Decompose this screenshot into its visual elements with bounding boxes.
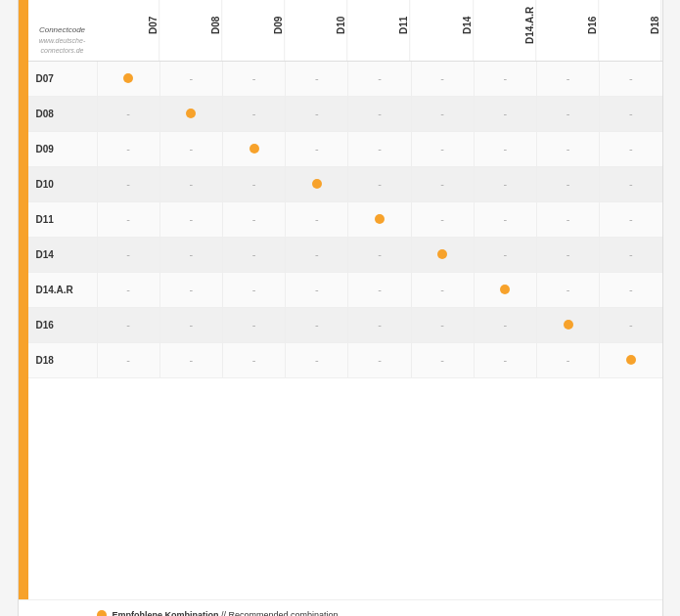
table-row: -------- [97,167,662,202]
data-cell-r8-c4: - [347,343,410,377]
not-recommended-dash: - [378,143,382,154]
data-cell-r4-c3: - [285,202,347,237]
legend-recommended: Empfohlene Kombination // Recommended co… [97,610,584,617]
not-recommended-dash: - [315,72,319,84]
data-cell-r0-c0 [97,62,159,96]
table-row: -------- [97,132,662,167]
row-label-D18: D18 [28,343,97,378]
data-cell-r1-c5: - [411,97,474,131]
not-recommended-dash: - [440,72,444,84]
not-recommended-dash: - [378,319,382,330]
data-cell-r3-c4: - [347,167,410,201]
data-cell-r4-c8: - [599,202,661,237]
data-cell-r6-c0: - [97,273,159,307]
data-cell-r1-c6: - [474,97,536,131]
data-cell-r0-c6: - [474,62,536,96]
legend: Empfohlene Kombination // Recommended co… [19,599,662,617]
not-recommended-dash: - [126,178,130,190]
not-recommended-dash: - [378,354,382,366]
col-header-D08: D08 [159,0,222,61]
not-recommended-dash: - [567,284,570,295]
data-cell-r3-c2: - [222,167,285,201]
col-header-D14.A.R: D14.A.R [474,0,536,61]
col-header-D09: D09 [222,0,285,61]
data-cell-r2-c6: - [474,132,536,166]
not-recommended-dash: - [315,248,319,260]
not-recommended-dash: - [440,108,444,119]
not-recommended-dash: - [567,72,570,84]
data-cell-r2-c7: - [536,132,599,166]
data-cell-r8-c6: - [474,343,536,377]
not-recommended-dash: - [567,108,570,119]
not-recommended-dash: - [315,284,319,295]
not-recommended-dash: - [315,213,319,225]
data-cell-r4-c2: - [222,202,285,237]
not-recommended-dash: - [567,178,570,190]
data-cell-r1-c2: - [222,97,285,131]
row-label-D07: D07 [28,62,97,97]
not-recommended-dash: - [629,319,633,330]
row-label-D10: D10 [28,167,97,202]
row-label-D09: D09 [28,132,97,167]
data-cell-r4-c0: - [97,202,159,237]
not-recommended-dash: - [567,213,570,225]
not-recommended-dash: - [126,143,130,154]
not-recommended-dash: - [189,178,193,190]
not-recommended-dash: - [567,143,570,154]
data-cell-r8-c3: - [285,343,347,377]
recommended-dot-icon [375,214,385,224]
not-recommended-dash: - [629,248,633,260]
toolholder-label-col [19,0,28,599]
recommended-dot-icon [500,285,510,294]
data-cell-r2-c4: - [347,132,410,166]
data-cell-r5-c4: - [347,238,410,272]
not-recommended-dash: - [440,178,444,190]
not-recommended-dash: - [315,319,319,330]
data-cell-r7-c5: - [411,308,474,342]
not-recommended-dash: - [252,178,256,190]
table-row: -------- [97,238,662,273]
col-header-D18: D18 [599,0,661,61]
data-cell-r2-c5: - [411,132,474,166]
row-label-D14AR: D14.A.R [28,273,97,308]
recommended-dot-icon [249,144,259,154]
data-grid: D07D08D09D10D11D14D14.A.RD16D18 --------… [97,0,662,599]
data-cell-r0-c8: - [599,62,661,96]
not-recommended-dash: - [629,178,633,190]
not-recommended-dash: - [252,248,256,260]
not-recommended-dash: - [252,108,256,119]
data-cell-r2-c2 [222,132,285,166]
not-recommended-dash: - [378,248,382,260]
not-recommended-dash: - [126,213,130,225]
not-recommended-dash: - [126,108,130,119]
row-label-D08: D08 [28,97,97,132]
data-cell-r7-c7 [536,308,599,342]
not-recommended-dash: - [504,248,508,260]
not-recommended-dash: - [629,108,633,119]
not-recommended-dash: - [440,284,444,295]
not-recommended-dash: - [629,213,633,225]
col-header-D10: D10 [285,0,347,61]
not-recommended-dash: - [504,143,508,154]
data-cell-r5-c0: - [97,238,159,272]
not-recommended-dash: - [189,248,193,260]
not-recommended-dash: - [252,213,256,225]
table-row: -------- [97,273,662,308]
not-recommended-dash: - [504,72,508,84]
data-cell-r7-c0: - [97,308,159,342]
not-recommended-dash: - [567,248,570,260]
not-recommended-dash: - [189,143,193,154]
not-recommended-dash: - [440,319,444,330]
col-header-D07: D07 [97,0,159,61]
data-cell-r6-c6 [474,273,536,307]
not-recommended-dash: - [189,319,193,330]
col-headers: D07D08D09D10D11D14D14.A.RD16D18 [97,0,662,62]
data-cell-r1-c4: - [347,97,410,131]
data-cell-r0-c2: - [222,62,285,96]
data-cell-r5-c3: - [285,238,347,272]
col-header-D11: D11 [347,0,410,61]
legend-recommended-text: Empfohlene Kombination // Recommended co… [113,610,339,617]
recommended-dot-icon [312,179,322,189]
data-cell-r5-c2: - [222,238,285,272]
table-row: -------- [97,343,662,378]
